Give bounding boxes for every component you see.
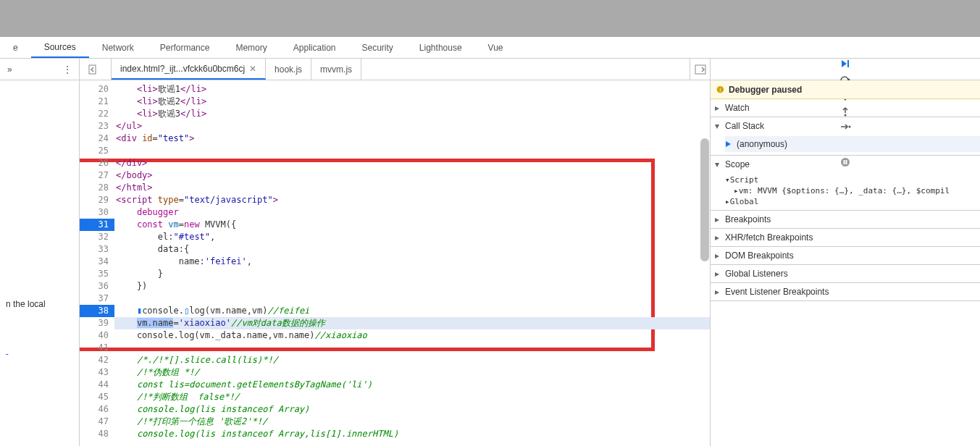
current-frame-icon xyxy=(725,140,732,148)
global-listeners-header[interactable]: ▸Global Listeners xyxy=(711,265,980,282)
paused-label: Debugger paused xyxy=(729,85,802,95)
scope-vm-row[interactable]: ▸vm: MVVM {$options: {…}, _data: {…}, $c… xyxy=(725,185,980,196)
code-line[interactable]: const vm=new MVVM({ xyxy=(114,219,710,231)
code-line[interactable]: console.log(lis instanceof Array,lis[1].… xyxy=(114,428,710,440)
line-number[interactable]: 42 xyxy=(80,354,114,366)
line-number[interactable]: 28 xyxy=(80,182,114,194)
file-navigator-collapsed[interactable]: » ⋮ xyxy=(0,59,80,80)
code-line[interactable]: }) xyxy=(114,280,710,293)
line-number[interactable]: 33 xyxy=(80,243,114,256)
code-line[interactable]: console.log(lis instanceof Array) xyxy=(114,403,710,416)
code-line[interactable]: <div id="test"> xyxy=(114,132,710,145)
line-number[interactable]: 36 xyxy=(80,280,114,293)
code-line[interactable]: <script type="text/javascript"> xyxy=(114,194,710,206)
editor-toolbar: » ⋮ index.html?_ijt...vfckk6u0bcm6cj✕hoo… xyxy=(0,59,980,80)
panel-tab-lighthouse[interactable]: Lighthouse xyxy=(406,37,475,58)
close-icon[interactable]: ✕ xyxy=(249,64,256,74)
code-line[interactable]: } xyxy=(114,268,710,280)
line-number[interactable]: 21 xyxy=(80,96,114,108)
line-number[interactable]: 20 xyxy=(80,83,114,96)
code-line[interactable]: name:'feifei', xyxy=(114,256,710,268)
call-stack-header[interactable]: ▾Call Stack xyxy=(711,117,980,135)
resume-icon[interactable] xyxy=(838,59,853,69)
code-line[interactable]: ▮console.▯log(vm.name,vm)//feifei xyxy=(114,305,710,317)
line-number[interactable]: 45 xyxy=(80,391,114,403)
line-number[interactable]: 39 xyxy=(80,317,114,329)
line-number[interactable]: 34 xyxy=(80,256,114,268)
line-number[interactable]: 24 xyxy=(80,132,114,145)
scrollbar-track[interactable] xyxy=(700,80,710,446)
line-number[interactable]: 38 xyxy=(80,305,114,317)
navigator-link[interactable] xyxy=(6,345,73,355)
code-line[interactable]: /!*判断数组 false*!/ xyxy=(114,391,710,403)
code-line[interactable]: </html> xyxy=(114,182,710,194)
more-icon[interactable]: ⋮ xyxy=(63,64,72,75)
panel-tab-e[interactable]: e xyxy=(0,37,31,58)
code-line[interactable] xyxy=(114,342,710,354)
line-number[interactable]: 26 xyxy=(80,157,114,169)
code-line[interactable]: console.log(vm._data.name,vm.name)//xiao… xyxy=(114,329,710,342)
scrollbar-thumb[interactable] xyxy=(700,138,709,261)
line-number[interactable]: 32 xyxy=(80,231,114,243)
code-line[interactable] xyxy=(114,293,710,305)
line-number[interactable]: 30 xyxy=(80,206,114,219)
code-line[interactable]: <li>歌谣2</li> xyxy=(114,96,710,108)
code-editor[interactable]: 20 <li>歌谣1</li>21 <li>歌谣2</li>22 <li>歌谣3… xyxy=(80,80,710,446)
scope-header[interactable]: ▾Scope xyxy=(711,156,980,173)
line-number[interactable]: 22 xyxy=(80,108,114,120)
line-number[interactable]: 27 xyxy=(80,169,114,182)
code-line[interactable]: /!*打印第一个信息 '歌谣2'*!/ xyxy=(114,416,710,428)
line-number[interactable]: 25 xyxy=(80,145,114,157)
panel-tab-security[interactable]: Security xyxy=(349,37,406,58)
code-line[interactable]: <li>歌谣1</li> xyxy=(114,83,710,96)
debugger-paused-bar: ❶ Debugger paused xyxy=(711,80,980,99)
scope-global-header[interactable]: ▸Global xyxy=(725,196,980,207)
panel-tab-application[interactable]: Application xyxy=(280,37,349,58)
code-line[interactable]: debugger xyxy=(114,206,710,219)
code-line[interactable]: /*./!*[].slice.call(lis)*!/ xyxy=(114,354,710,366)
call-stack-label: Call Stack xyxy=(725,121,764,131)
code-line[interactable]: const lis=document.getElementsByTagName(… xyxy=(114,379,710,391)
event-listener-header[interactable]: ▸Event Listener Breakpoints xyxy=(711,283,980,300)
code-line[interactable] xyxy=(114,145,710,157)
line-number[interactable]: 43 xyxy=(80,366,114,379)
panel-tab-sources[interactable]: Sources xyxy=(31,37,89,58)
panel-tab-performance[interactable]: Performance xyxy=(147,37,223,58)
code-line[interactable]: <li>歌谣3</li> xyxy=(114,108,710,120)
code-line[interactable]: el:"#test", xyxy=(114,231,710,243)
debugger-panel: ❶ Debugger paused ▸Watch ▾Call Stack (an… xyxy=(710,80,980,446)
line-number[interactable]: 35 xyxy=(80,268,114,280)
line-number[interactable]: 41 xyxy=(80,342,114,354)
panel-tab-network[interactable]: Network xyxy=(89,37,147,58)
dom-breakpoints-header[interactable]: ▸DOM Breakpoints xyxy=(711,247,980,264)
editor-tab[interactable]: index.html?_ijt...vfckk6u0bcm6cj✕ xyxy=(112,59,266,80)
toggle-screencast-icon[interactable] xyxy=(690,59,710,80)
panel-tab-memory[interactable]: Memory xyxy=(222,37,280,58)
chevrons-icon: » xyxy=(7,64,12,75)
code-line[interactable]: data:{ xyxy=(114,243,710,256)
code-line[interactable]: </body> xyxy=(114,169,710,182)
scope-script-header[interactable]: ▾Script xyxy=(725,174,980,185)
line-number[interactable]: 23 xyxy=(80,120,114,132)
code-line[interactable]: </ul> xyxy=(114,120,710,132)
watch-section-header[interactable]: ▸Watch xyxy=(711,99,980,117)
breakpoints-header[interactable]: ▸Breakpoints xyxy=(711,211,980,228)
line-number[interactable]: 47 xyxy=(80,416,114,428)
editor-tab[interactable]: hook.js xyxy=(266,59,311,80)
line-number[interactable]: 46 xyxy=(80,403,114,416)
devtools-panel-tabs: eSourcesNetworkPerformanceMemoryApplicat… xyxy=(0,37,980,59)
line-number[interactable]: 44 xyxy=(80,379,114,391)
line-number[interactable]: 48 xyxy=(80,428,114,440)
panel-tab-vue[interactable]: Vue xyxy=(475,37,516,58)
xhr-breakpoints-header[interactable]: ▸XHR/fetch Breakpoints xyxy=(711,229,980,246)
code-line[interactable]: </div> xyxy=(114,157,710,169)
editor-tab[interactable]: mvvm.js xyxy=(311,59,361,80)
editor-history-nav[interactable] xyxy=(80,59,112,80)
line-number[interactable]: 29 xyxy=(80,194,114,206)
code-line[interactable]: vm.name='xiaoxiao'//vm对data数据的操作 xyxy=(114,317,710,329)
line-number[interactable]: 37 xyxy=(80,293,114,305)
call-frame[interactable]: (anonymous) xyxy=(725,136,980,152)
line-number[interactable]: 31 xyxy=(80,219,114,231)
line-number[interactable]: 40 xyxy=(80,329,114,342)
code-line[interactable]: /!*伪数组 *!/ xyxy=(114,366,710,379)
